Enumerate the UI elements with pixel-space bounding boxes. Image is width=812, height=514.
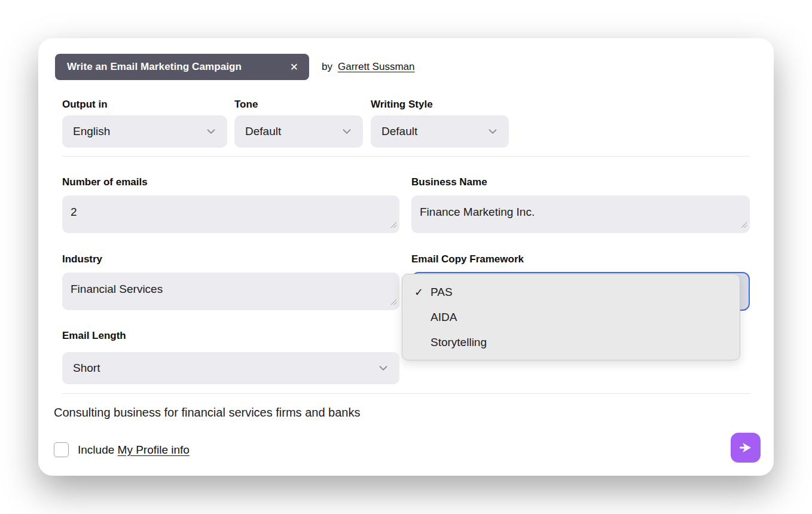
chevron-down-icon [204, 125, 218, 138]
menu-option-label: Storytelling [431, 336, 487, 349]
prompt-text[interactable]: Consulting business for financial servic… [54, 406, 360, 420]
byline-prefix: by [322, 61, 332, 73]
email-copy-framework-menu: ✓ PAS AIDA Storytelling [402, 274, 740, 360]
byline: by Garrett Sussman [322, 54, 414, 80]
template-title: Write an Email Marketing Campaign [67, 61, 242, 73]
output-in-select[interactable]: English [62, 115, 227, 148]
menu-option-pas[interactable]: ✓ PAS [402, 280, 740, 305]
business-name-input[interactable]: Finance Marketing Inc. [411, 195, 750, 233]
send-button[interactable] [731, 433, 761, 463]
chevron-down-icon [377, 362, 390, 375]
tone-value: Default [245, 125, 281, 138]
number-of-emails-input[interactable]: 2 [62, 195, 399, 233]
include-profile-checkbox[interactable] [54, 442, 69, 457]
output-in-label: Output in [62, 99, 108, 111]
writing-style-select[interactable]: Default [371, 115, 509, 148]
include-prefix: Include [78, 443, 114, 456]
email-length-label: Email Length [62, 330, 126, 342]
email-copy-framework-label: Email Copy Framework [411, 253, 524, 265]
business-name-label: Business Name [411, 176, 487, 188]
menu-option-label: PAS [431, 286, 453, 299]
menu-option-storytelling[interactable]: Storytelling [402, 330, 740, 355]
writing-style-label: Writing Style [371, 99, 433, 111]
output-in-value: English [73, 125, 110, 138]
page-background: { "header": { "title": "Write an Email M… [0, 0, 812, 514]
divider [62, 393, 750, 394]
number-of-emails-label: Number of emails [62, 176, 148, 188]
include-profile-label: Include My Profile info [78, 443, 190, 457]
writing-style-value: Default [381, 125, 417, 138]
author-link[interactable]: Garrett Sussman [338, 61, 415, 73]
chevron-down-icon [340, 125, 353, 138]
menu-option-aida[interactable]: AIDA [402, 305, 740, 330]
close-icon[interactable]: ✕ [290, 62, 298, 72]
industry-field-wrap: Financial Services [62, 273, 399, 310]
include-profile-row: Include My Profile info [54, 442, 190, 457]
send-icon [738, 440, 753, 455]
industry-input[interactable]: Financial Services [62, 273, 399, 310]
industry-label: Industry [62, 253, 102, 265]
tone-select[interactable]: Default [234, 115, 363, 148]
business-name-field-wrap: Finance Marketing Inc. [411, 195, 750, 233]
email-length-select[interactable]: Short [62, 352, 399, 384]
chevron-down-icon [486, 125, 499, 138]
menu-option-label: AIDA [431, 311, 457, 324]
email-length-value: Short [73, 362, 100, 375]
check-icon: ✓ [414, 286, 431, 299]
my-profile-info-link[interactable]: My Profile info [118, 443, 190, 456]
campaign-form-card: Write an Email Marketing Campaign ✕ by G… [38, 38, 774, 476]
number-of-emails-field-wrap: 2 [62, 195, 399, 233]
divider [62, 156, 750, 157]
tone-label: Tone [234, 99, 258, 111]
template-title-pill: Write an Email Marketing Campaign ✕ [55, 54, 309, 80]
